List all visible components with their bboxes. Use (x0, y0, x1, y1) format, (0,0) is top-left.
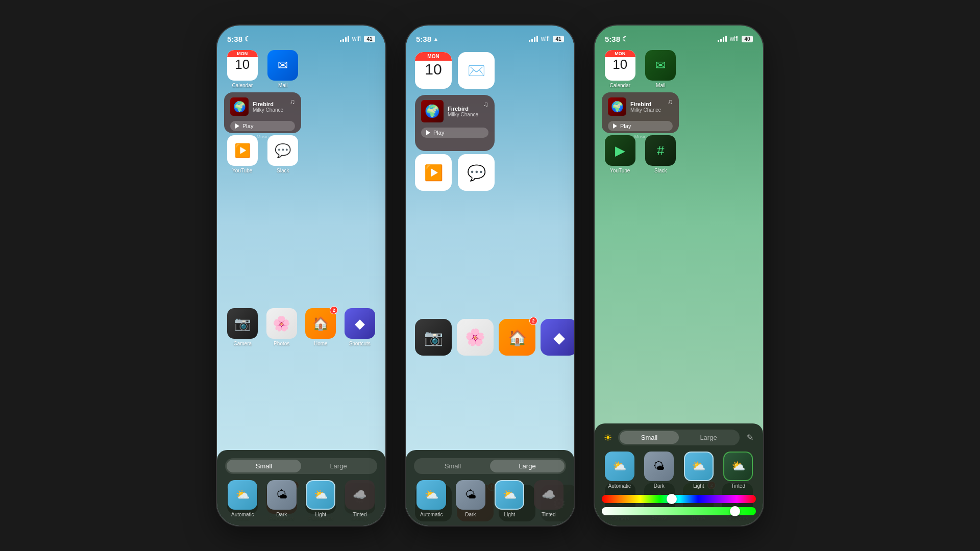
status-bar-2: 5:38 ▲ wifi 41 (406, 26, 574, 48)
app-home-2[interactable]: 🏠 2 (499, 319, 535, 356)
youtube-label-3: YouTube (610, 168, 630, 173)
saturation-thumb-3[interactable] (730, 506, 740, 516)
icon-options-3: ⛅ Automatic 🌤 Dark ⛅ Light (602, 452, 756, 489)
option-dark-2[interactable]: 🌤 Dark (453, 480, 488, 517)
app-slack-2[interactable]: 💬 (458, 154, 495, 191)
music-note-3: ♫ (668, 97, 673, 106)
slack-icon-3: # (645, 135, 676, 166)
phone-3: 5:38 ☾ wifi 40 MON (595, 26, 763, 525)
option-dark-label-3: Dark (654, 483, 665, 489)
bottom-panel-1: Small Large ⛅ Automatic 🌤 Dark (217, 450, 385, 525)
calendar-number: 10 (235, 57, 250, 72)
app-youtube-3[interactable]: ▶ YouTube (602, 135, 639, 173)
signal-bars-2 (529, 36, 538, 42)
artist-3: Milky Chance (630, 107, 661, 113)
bottom-panel-3: ☀ Small Large ✎ ⛅ Automatic 🌤 (595, 423, 763, 525)
icon-options-2: ⛅ Automatic 🌤 Dark ⛅ Light (414, 480, 566, 517)
weather-light-icon-2: ⛅ (495, 480, 524, 510)
hue-slider-3[interactable] (602, 495, 756, 503)
song-name-3: Firebird (630, 101, 661, 107)
app-shortcuts-1[interactable]: ◆ Shortcuts (342, 308, 378, 346)
option-tinted-2[interactable]: ☁️ Tinted (531, 480, 567, 517)
play-button-2[interactable]: Play (421, 128, 488, 138)
mail-icon: ✉ (267, 50, 298, 81)
weather-light-icon: ⛅ (306, 480, 335, 510)
app-shortcuts-2[interactable]: ◆ (541, 319, 574, 356)
option-dark-3[interactable]: 🌤 Dark (642, 452, 677, 489)
saturation-slider-3[interactable] (602, 507, 756, 515)
size-small-1[interactable]: Small (227, 460, 301, 472)
music-widget-2[interactable]: 🌍 Firebird Milky Chance ♫ Play (415, 95, 495, 151)
status-time-1: 5:38 ☾ (227, 35, 251, 43)
app-slack-1[interactable]: 💬 Slack (265, 135, 302, 173)
album-art-3: 🌍 (608, 97, 626, 116)
app-youtube-2[interactable]: ▶️ (415, 154, 452, 191)
option-light-label-3: Light (693, 483, 704, 489)
pencil-icon-3[interactable]: ✎ (744, 432, 756, 444)
phone-1: 5:38 ☾ wifi 41 (217, 26, 385, 525)
option-light-1[interactable]: ⛅ Light (303, 480, 338, 517)
size-toggle-1: Small Large (225, 458, 377, 474)
music-widget-3[interactable]: 🌍 Firebird Milky Chance ♫ Play Music (602, 92, 679, 133)
size-small-2[interactable]: Small (415, 460, 490, 472)
play-triangle-2 (426, 130, 430, 135)
photos-icon-2: 🌸 (457, 319, 494, 356)
status-bar-3: 5:38 ☾ wifi 40 (595, 26, 763, 48)
size-small-3[interactable]: Small (620, 431, 679, 444)
play-button-3[interactable]: Play (608, 121, 673, 131)
home-icon: 🏠 2 (305, 308, 336, 339)
option-tinted-3[interactable]: ⛅ Tinted (721, 452, 756, 489)
app-photos-2[interactable]: 🌸 (457, 319, 494, 356)
song-name-1: Firebird (253, 101, 283, 107)
status-time-3: 5:38 ☾ (605, 35, 628, 43)
photos-label: Photos (274, 341, 289, 346)
phone-2: 5:38 ▲ wifi 41 MON (406, 26, 574, 525)
play-button-1[interactable]: Play (230, 121, 295, 131)
youtube-icon-3: ▶ (605, 135, 635, 166)
panel-top-row-3: ☀ Small Large ✎ (602, 430, 756, 445)
weather-auto-icon-3: ⛅ (605, 452, 634, 481)
play-label-1: Play (242, 123, 253, 129)
size-large-1[interactable]: Large (301, 460, 376, 472)
size-large-2[interactable]: Large (490, 460, 565, 472)
size-toggle-3: Small Large (618, 430, 740, 445)
shortcuts-icon-2: ◆ (541, 319, 574, 356)
option-tinted-label: Tinted (353, 512, 366, 517)
app-mail-3[interactable]: ✉ Mail (643, 50, 679, 88)
option-dark-1[interactable]: 🌤 Dark (264, 480, 300, 517)
app-camera-1[interactable]: 📷 Camera (225, 308, 260, 346)
option-light-3[interactable]: ⛅ Light (681, 452, 717, 489)
wifi-icon-1: wifi (352, 35, 361, 42)
weather-dark-icon-2: 🌤 (456, 480, 485, 510)
play-triangle-1 (235, 123, 239, 129)
size-large-3[interactable]: Large (679, 431, 738, 444)
option-automatic-3[interactable]: ⛅ Automatic (602, 452, 638, 489)
music-widget-1[interactable]: 🌍 Firebird Milky Chance ♫ Play Music (224, 92, 301, 133)
app-slack-3[interactable]: # Slack (643, 135, 679, 173)
app-camera-2[interactable]: 📷 (415, 319, 452, 356)
phone-2-screen: 5:38 ▲ wifi 41 MON (406, 26, 574, 525)
option-light-2[interactable]: ⛅ Light (492, 480, 527, 517)
calendar-icon-2: MON 10 (415, 52, 452, 89)
home-badge-1: 2 (330, 306, 338, 314)
app-youtube-1[interactable]: ▶️ YouTube (224, 135, 261, 173)
app-calendar-2[interactable]: MON 10 (415, 52, 452, 89)
app-photos-1[interactable]: 🌸 Photos (264, 308, 300, 346)
calendar-icon: MON 10 (227, 50, 258, 81)
option-tinted-1[interactable]: ☁️ Tinted (342, 480, 378, 517)
option-automatic-2[interactable]: ⛅ Automatic (414, 480, 449, 517)
wifi-icon-3: wifi (730, 35, 739, 42)
youtube-icon-2: ▶️ (415, 154, 452, 191)
calendar-icon-3: MON 10 (605, 50, 635, 81)
option-automatic-1[interactable]: ⛅ Automatic (225, 480, 260, 517)
app-calendar-1[interactable]: MON 10 Calendar (224, 50, 261, 88)
calendar-label-3: Calendar (609, 83, 630, 88)
app-mail-2[interactable]: ✉️ (458, 52, 495, 89)
battery-3: 40 (742, 36, 753, 42)
app-calendar-3[interactable]: MON 10 Calendar (602, 50, 639, 88)
hue-thumb-3[interactable] (667, 494, 677, 504)
app-home-1[interactable]: 🏠 2 Home (303, 308, 338, 346)
app-mail-1[interactable]: ✉ Mail (265, 50, 302, 88)
album-art-2: 🌍 (421, 100, 444, 122)
large-row1b: ▶️ 💬 (406, 154, 574, 194)
